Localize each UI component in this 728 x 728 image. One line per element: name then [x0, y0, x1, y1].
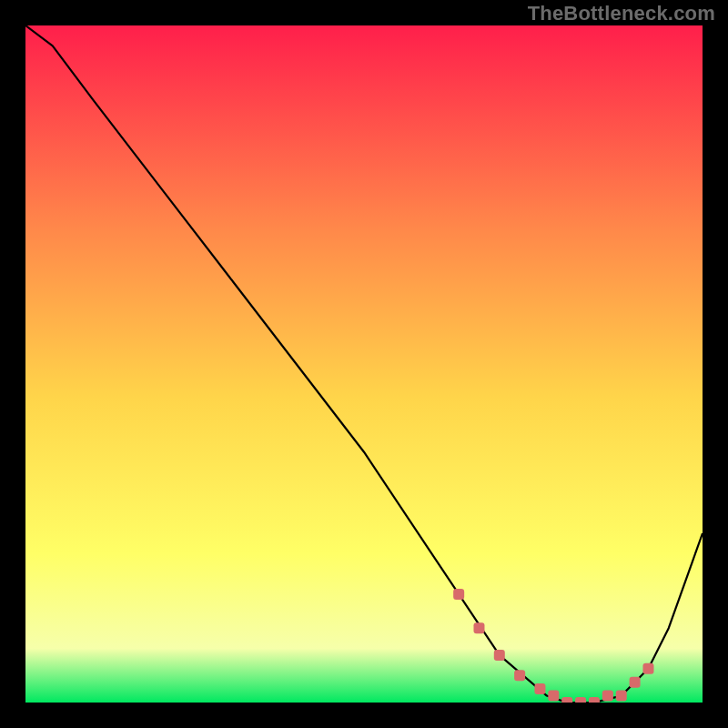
marker-point — [616, 691, 627, 702]
bottleneck-chart — [25, 25, 703, 703]
marker-point — [575, 697, 586, 703]
watermark-text: TheBottleneck.com — [528, 2, 715, 25]
marker-point — [494, 650, 505, 661]
marker-point — [602, 691, 613, 702]
marker-point — [589, 697, 600, 703]
marker-point — [642, 663, 653, 674]
marker-point — [453, 589, 464, 600]
marker-point — [514, 670, 525, 681]
plot-background — [25, 25, 703, 703]
marker-point — [534, 683, 545, 694]
marker-point — [548, 691, 559, 702]
marker-point — [473, 622, 484, 633]
marker-point — [561, 697, 572, 703]
marker-point — [630, 677, 641, 688]
page-root: TheBottleneck.com — [0, 0, 728, 728]
